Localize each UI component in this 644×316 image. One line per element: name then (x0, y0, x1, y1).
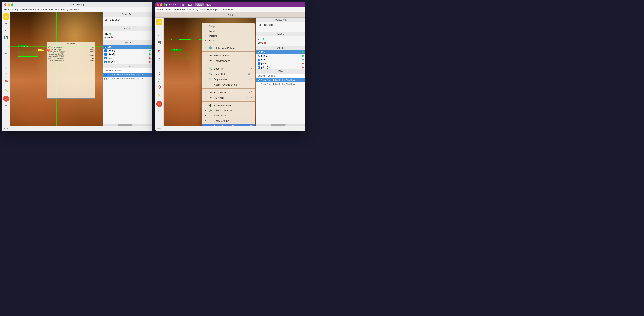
menu-show-groups[interactable]: ✓ Show Groups (202, 118, 254, 123)
rectangle-btn-right[interactable]: ▭ (156, 63, 162, 69)
prev-btn-right[interactable]: ← (156, 32, 162, 38)
file-check-1-right[interactable] (258, 79, 260, 81)
obj-check-price-right[interactable] (258, 62, 260, 65)
object-row-title2-left[interactable]: title (2) (103, 52, 152, 56)
minimize-button-right[interactable] (160, 3, 162, 6)
target-btn[interactable]: 🎯 (3, 78, 9, 84)
menu-flags[interactable]: Flags (202, 24, 254, 29)
menu-row-3: Earl Grey Milk Tea 伯爵奶茶 160 160 (48, 51, 94, 53)
obj-label-price1-right: price (1) (261, 66, 270, 69)
rectangle-btn[interactable]: ▭ (3, 58, 9, 64)
file-item-1-left[interactable]: /Users/vietanhdev/Desktop/Desktop/oc (103, 73, 152, 77)
obj-check-price1-right[interactable] (258, 66, 260, 69)
modebar-left: Mode: Editing – Shortcuts: Previous: A, … (2, 7, 152, 12)
menu-original-size[interactable]: 🔍 Original size ⌘0 (202, 77, 254, 82)
object-row-title2-right[interactable]: title (2) (256, 58, 305, 61)
object-row-title-hl-left[interactable]: title (103, 45, 152, 49)
menu-show-texts[interactable]: ✓ Show Texts (202, 113, 254, 118)
menu-files[interactable]: ✓ Files (202, 38, 254, 43)
maximize-button-right[interactable] (164, 3, 166, 6)
obj-check-title-hl-right[interactable] (258, 51, 260, 53)
file-check-2-right[interactable] (258, 83, 260, 85)
chevron-icon-left[interactable]: ⌄ (148, 127, 150, 130)
file-item-2-right[interactable]: /Users/vietanhdev/Desktop/Desktop/oc (256, 82, 305, 86)
close-btn-right[interactable]: ✕ (156, 101, 162, 107)
line-btn[interactable]: ╱ (3, 72, 9, 78)
file-item-1-right[interactable]: /Users/vietanhdev/Desktop/Desktop/oc (256, 78, 305, 82)
search-input-right[interactable] (256, 74, 305, 78)
open-folder-btn-right[interactable]: 📁 (156, 19, 162, 25)
minimize-button-left[interactable] (8, 3, 10, 6)
object-row-price-right[interactable]: price (256, 61, 305, 65)
pencil-btn-right[interactable]: ✏️ (156, 92, 162, 98)
prev-btn[interactable]: ← (3, 27, 9, 33)
target-btn-right[interactable]: 🎯 (156, 84, 162, 90)
menu-file[interactable]: File (178, 3, 186, 6)
obj-check-title1-left[interactable] (104, 49, 107, 52)
object-row-title-hl-right[interactable]: title (256, 50, 305, 54)
obj-check-title2-left[interactable] (104, 53, 107, 56)
next-btn-right[interactable]: → (156, 26, 162, 32)
canvas-area-left[interactable]: ESPERESSO Tea & Other HOTICE Specialty T… (10, 12, 103, 126)
toolbar-left: 📁 → ← 💾 🗑 ⬡ ▭ ◎ ╱ 🎯 ✏️ ✕ ↩ (2, 12, 10, 126)
open-folder-btn[interactable]: 📁 (3, 13, 9, 19)
delete-btn[interactable]: 🗑 (3, 42, 9, 49)
object-row-price-left[interactable]: price (103, 56, 152, 60)
close-btn[interactable]: ✕ (3, 96, 9, 102)
close-button-right[interactable] (157, 3, 159, 6)
menu-fit-width[interactable]: ⇔ Fit Width ⇧⌘F (202, 95, 254, 100)
menu-edit[interactable]: Edit (186, 3, 194, 6)
show-texts-check: ✓ (204, 114, 208, 117)
hexagon-btn[interactable]: ⬡ (3, 51, 9, 57)
menu-show-crossline[interactable]: ✓ ⊕ Show Cross Line (202, 108, 254, 113)
obj-check-title-hl-left[interactable] (104, 46, 107, 48)
object-row-title1-left[interactable]: title (1) (103, 49, 152, 52)
menu-view[interactable]: View (195, 3, 204, 6)
pencil-btn[interactable]: ✏️ (3, 87, 9, 93)
next-btn[interactable]: → (3, 20, 9, 26)
maximize-button-left[interactable] (11, 3, 13, 6)
obj-check-price1-left[interactable] (104, 61, 107, 63)
menu-keep-scale[interactable]: Keep Previous Scale (202, 82, 254, 87)
menu-brightness[interactable]: 🌓 Brightness Contrast (202, 103, 254, 108)
file-check-2-left[interactable] (104, 77, 107, 80)
delete-btn-right[interactable]: 🗑 (156, 48, 162, 54)
obj-check-title1-right[interactable] (258, 55, 260, 57)
menu-hide-polygons[interactable]: 👁 HidePolygons (202, 53, 254, 58)
save-btn[interactable]: 💾 (3, 34, 9, 40)
menu-group-shapes[interactable]: Group Selected Shapes G (202, 123, 254, 126)
file-item-2-left[interactable]: /Users/vietanhdev/Desktop/Desktop/oc (103, 77, 152, 81)
close-button-left[interactable] (4, 3, 6, 6)
undo-btn[interactable]: ↩ (3, 102, 9, 108)
zoom-in-icon: 🔍 (209, 67, 212, 70)
circle-btn-right[interactable]: ◎ (156, 70, 162, 76)
circle-btn[interactable]: ◎ (3, 65, 9, 71)
menu-show-polygons[interactable]: 👁 ShowPolygons (202, 58, 254, 63)
menu-zoom-in[interactable]: 🔍 Zoom In ⌘ + (202, 66, 254, 71)
object-row-title1-right[interactable]: title (1) (256, 54, 305, 58)
undo-btn-right[interactable]: ↩ (156, 108, 162, 114)
menu-labels[interactable]: ✓ Labels (202, 29, 254, 33)
menu-fit-window[interactable]: ✓ 🖥 Fit Window ⌘F (202, 90, 254, 95)
object-row-price1-right[interactable]: price (1) (256, 65, 305, 69)
line-btn-right[interactable]: ╱ (156, 77, 162, 83)
obj-check-title2-right[interactable] (258, 58, 260, 61)
menu-fill-polygon[interactable]: ✓ Fill Drawing Polygon (202, 45, 254, 50)
hexagon-btn-right[interactable]: ⬡ (156, 56, 162, 62)
scrollbar-right[interactable] (256, 124, 305, 126)
zoom-level-right: 10% (157, 127, 161, 130)
menu-zoom-out[interactable]: 🔍 Zoom Out ⌘ − (202, 71, 254, 77)
chevron-icon-right[interactable]: ⌄ (302, 127, 304, 130)
scrollbar-left[interactable] (103, 124, 152, 126)
label-price-text-left: price (104, 36, 110, 39)
save-btn-right[interactable]: 💾 (156, 39, 162, 45)
object-row-price1-left[interactable]: price (1) (103, 60, 152, 64)
menu-objects[interactable]: ✓ Objects (202, 33, 254, 38)
menu-help[interactable]: Help (204, 3, 213, 6)
file-check-1-left[interactable] (104, 73, 107, 76)
search-input-left[interactable] (103, 68, 152, 73)
canvas-area-right[interactable]: ESPERESSO Flags ✓ Labels (164, 18, 256, 126)
view-dropdown-menu[interactable]: Flags ✓ Labels ✓ Objects ✓ (202, 23, 255, 126)
obj-check-price-left[interactable] (104, 57, 107, 59)
labels-label: Labels (209, 30, 252, 32)
